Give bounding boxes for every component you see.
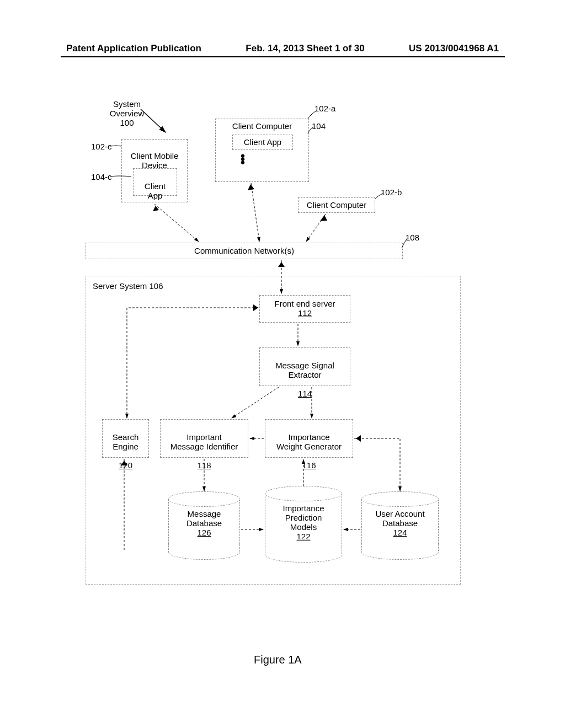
svg-marker-5 (248, 184, 254, 190)
msg-extractor-box: Message Signal Extractor 114 (259, 347, 350, 386)
search-engine-box: Search Engine 120 (102, 419, 149, 458)
client-computer-b-box: Client Computer (298, 197, 375, 213)
ellipsis-icon: ••• (240, 154, 246, 164)
ref-102a: 102-a (315, 104, 335, 113)
msg-extractor-num: 114 (298, 389, 312, 398)
msg-db-num: 126 (168, 528, 240, 537)
weight-gen-box: Importance Weight Generator 116 (265, 419, 353, 458)
client-app-a-box: Client App (232, 135, 293, 150)
svg-line-1 (154, 204, 199, 242)
pred-models-cyl: Importance Prediction Models 122 (265, 494, 342, 563)
svg-line-6 (306, 214, 326, 242)
system-overview-label: System Overview 100 (102, 99, 152, 127)
server-system-label: Server System 106 (93, 281, 163, 291)
user-db-label: User Account Database (361, 509, 439, 528)
svg-marker-7 (320, 215, 327, 221)
header-rule (61, 56, 505, 57)
msg-db-cyl: Message Database 126 (168, 499, 240, 560)
header-right: US 2013/0041968 A1 (409, 43, 499, 54)
weight-gen-label: Importance Weight Generator (276, 432, 342, 451)
client-app-a-label: Client App (244, 137, 281, 147)
pred-models-num: 122 (265, 532, 342, 541)
client-computer-b-label: Client Computer (307, 200, 366, 210)
user-db-cyl: User Account Database 124 (361, 499, 439, 560)
diagram-canvas: System Overview 100 102-a 104 102-c 104-… (61, 88, 505, 651)
header-center: Feb. 14, 2013 Sheet 1 of 30 (246, 43, 364, 54)
ref-104c: 104-c (91, 172, 112, 181)
front-end-num: 112 (298, 308, 312, 318)
comm-network-label: Communication Network(s) (194, 246, 294, 255)
ref-102c: 102-c (91, 142, 112, 151)
comm-network-box: Communication Network(s) (86, 243, 403, 259)
front-end-box: Front end server 112 (259, 295, 350, 323)
search-engine-num: 120 (119, 461, 132, 470)
client-computer-a-box: Client Computer Client App (215, 119, 309, 182)
front-end-label: Front end server (274, 299, 335, 308)
header-left: Patent Application Publication (66, 43, 201, 54)
client-mobile-device-box: Client Mobile Device Client App (121, 139, 188, 202)
page-header: Patent Application Publication Feb. 14, … (0, 43, 565, 54)
user-db-num: 124 (361, 528, 439, 537)
important-id-label: Important Message Identifier (170, 432, 238, 451)
client-mobile-device-label: Client Mobile Device (131, 151, 179, 170)
ref-102b: 102-b (381, 188, 402, 197)
search-engine-label: Search Engine (113, 432, 139, 451)
figure-caption: Figure 1A (254, 654, 302, 666)
svg-marker-9 (278, 262, 285, 267)
pred-models-label: Importance Prediction Models (265, 504, 342, 532)
ref-104: 104 (312, 121, 326, 131)
client-app-inner-label: Client App (145, 181, 166, 200)
client-app-inner-box: Client App (133, 168, 177, 196)
important-id-box: Important Message Identifier 118 (160, 419, 248, 458)
svg-marker-3 (153, 206, 159, 211)
msg-db-label: Message Database (168, 509, 240, 528)
msg-extractor-label: Message Signal Extractor (275, 361, 334, 379)
important-id-num: 118 (197, 461, 211, 470)
client-computer-a-label: Client Computer (232, 121, 292, 131)
weight-gen-num: 116 (302, 461, 316, 470)
ref-108: 108 (406, 233, 419, 242)
svg-line-4 (251, 183, 259, 242)
